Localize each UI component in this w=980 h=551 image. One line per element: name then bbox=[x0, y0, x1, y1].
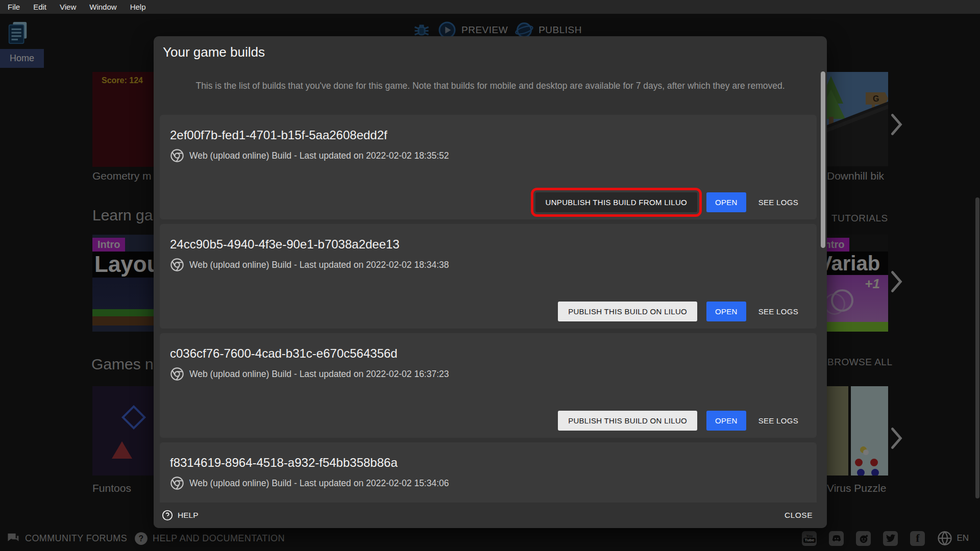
menu-item-window[interactable]: Window bbox=[83, 1, 123, 13]
help-button[interactable]: HELP bbox=[162, 510, 199, 521]
chrome-icon bbox=[170, 258, 184, 272]
build-open-button[interactable]: OPEN bbox=[706, 302, 746, 321]
help-circle-icon bbox=[162, 510, 173, 521]
build-open-button[interactable]: OPEN bbox=[706, 411, 746, 431]
build-actions: PUBLISH THIS BUILD ON LILUO OPEN SEE LOG… bbox=[170, 411, 801, 431]
close-button[interactable]: CLOSE bbox=[785, 511, 813, 520]
build-logs-button[interactable]: SEE LOGS bbox=[755, 412, 801, 430]
build-actions: UNPUBLISH THIS BUILD FROM LILUO OPEN SEE… bbox=[170, 192, 801, 212]
build-info: Web (upload online) Build - Last updated… bbox=[189, 260, 449, 270]
chrome-icon bbox=[170, 476, 184, 490]
build-open-button[interactable]: OPEN bbox=[706, 192, 746, 212]
chrome-icon bbox=[170, 367, 184, 381]
build-id: 24cc90b5-4940-4f3e-90e1-b7038a2dee13 bbox=[170, 237, 801, 252]
build-primary-button[interactable]: PUBLISH THIS BUILD ON LILUO bbox=[558, 302, 697, 321]
build-logs-button[interactable]: SEE LOGS bbox=[755, 193, 801, 212]
build-card: 24cc90b5-4940-4f3e-90e1-b7038a2dee13 Web… bbox=[160, 224, 817, 329]
menu-item-view[interactable]: View bbox=[53, 1, 83, 13]
menu-item-edit[interactable]: Edit bbox=[27, 1, 53, 13]
build-info: Web (upload online) Build - Last updated… bbox=[189, 478, 449, 489]
menu-item-file[interactable]: File bbox=[1, 1, 27, 13]
app-window: File Edit View Window Help bbox=[0, 0, 980, 551]
dialog-title: Your game builds bbox=[163, 44, 265, 60]
build-card: f8314619-8964-4518-a932-f54bb358b86a Web… bbox=[160, 442, 817, 503]
build-id: c036cf76-7600-4cad-b31c-e670c564356d bbox=[170, 346, 801, 361]
build-info: Web (upload online) Build - Last updated… bbox=[189, 151, 449, 161]
build-primary-button[interactable]: PUBLISH THIS BUILD ON LILUO bbox=[558, 411, 697, 431]
help-label: HELP bbox=[178, 511, 199, 520]
chrome-icon bbox=[170, 148, 184, 163]
builds-list: 2ef00f7b-fed1-4701-b15f-5aa2608edd2f Web… bbox=[160, 115, 817, 503]
menu-item-help[interactable]: Help bbox=[124, 1, 153, 13]
build-logs-button[interactable]: SEE LOGS bbox=[755, 303, 801, 321]
build-primary-button[interactable]: UNPUBLISH THIS BUILD FROM LILUO bbox=[535, 192, 697, 212]
build-actions: PUBLISH THIS BUILD ON LILUO OPEN SEE LOG… bbox=[170, 302, 801, 321]
build-card: c036cf76-7600-4cad-b31c-e670c564356d Web… bbox=[160, 333, 817, 438]
menu-bar: File Edit View Window Help bbox=[0, 0, 980, 14]
dialog-description: This is the list of builds that you've d… bbox=[184, 79, 796, 92]
build-info: Web (upload online) Build - Last updated… bbox=[189, 369, 449, 380]
dialog-scrollbar[interactable] bbox=[821, 71, 825, 248]
dialog-bottom-bar: HELP CLOSE bbox=[154, 503, 827, 528]
builds-dialog: Your game builds This is the list of bui… bbox=[154, 36, 827, 528]
build-id: f8314619-8964-4518-a932-f54bb358b86a bbox=[170, 456, 801, 470]
build-card: 2ef00f7b-fed1-4701-b15f-5aa2608edd2f Web… bbox=[160, 115, 817, 219]
build-id: 2ef00f7b-fed1-4701-b15f-5aa2608edd2f bbox=[170, 128, 801, 142]
